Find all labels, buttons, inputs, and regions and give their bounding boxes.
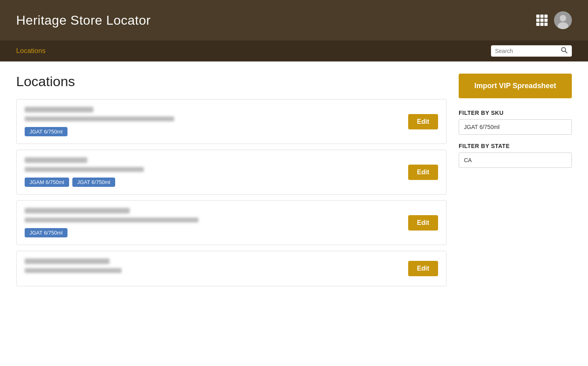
card-info: JGAT 6/750ml	[25, 208, 400, 237]
nav-bar: Locations	[0, 40, 588, 61]
app-title: Heritage Store Locator	[16, 13, 151, 28]
top-header: Heritage Store Locator	[0, 0, 588, 40]
search-icon	[561, 47, 567, 53]
filter-state-input[interactable]	[459, 152, 572, 168]
filter-state-label: FILTER BY STATE	[459, 143, 572, 149]
edit-button[interactable]: Edit	[408, 165, 438, 180]
card-info: JGAM 6/750ml JGAT 6/750ml	[25, 157, 400, 187]
card-name	[25, 157, 87, 163]
filter-sku-label: FILTER BY SKU	[459, 110, 572, 116]
card-skus: JGAT 6/750ml	[25, 228, 400, 237]
card-address	[25, 268, 122, 273]
edit-button[interactable]: Edit	[408, 215, 438, 231]
card-info	[25, 258, 400, 279]
card-address	[25, 218, 198, 222]
card-address	[25, 167, 144, 172]
import-vip-button[interactable]: Import VIP Spreadsheet	[459, 74, 572, 98]
filter-sku-input[interactable]	[459, 119, 572, 135]
location-card: Edit	[16, 251, 447, 286]
card-name	[25, 258, 110, 264]
search-box	[491, 45, 572, 57]
card-skus: JGAM 6/750ml JGAT 6/750ml	[25, 178, 400, 187]
location-card: JGAT 6/750ml Edit	[16, 99, 447, 144]
sku-badge: JGAT 6/750ml	[25, 127, 67, 136]
list-area: Locations JGAT 6/750ml Edit JGAM 6/750ml…	[16, 74, 447, 354]
page-title: Locations	[16, 74, 447, 89]
card-name	[25, 208, 130, 214]
main-content: Locations JGAT 6/750ml Edit JGAM 6/750ml…	[0, 61, 588, 366]
card-name	[25, 107, 93, 112]
edit-button[interactable]: Edit	[408, 114, 438, 129]
sku-badge: JGAT 6/750ml	[25, 228, 67, 237]
svg-point-1	[560, 15, 566, 21]
sku-badge: JGAT 6/750ml	[72, 178, 115, 187]
location-card: JGAM 6/750ml JGAT 6/750ml Edit	[16, 150, 447, 195]
user-avatar[interactable]	[554, 11, 572, 29]
sidebar: Import VIP Spreadsheet FILTER BY SKU FIL…	[459, 74, 572, 354]
search-input[interactable]	[491, 45, 558, 57]
edit-button[interactable]: Edit	[408, 261, 438, 276]
card-address	[25, 116, 174, 121]
location-card: JGAT 6/750ml Edit	[16, 200, 447, 245]
card-info: JGAT 6/750ml	[25, 107, 400, 136]
header-right	[536, 11, 572, 29]
sku-badge: JGAM 6/750ml	[25, 178, 69, 187]
grid-icon[interactable]	[536, 15, 548, 26]
nav-locations-link[interactable]: Locations	[16, 47, 46, 55]
svg-line-4	[565, 51, 567, 53]
card-skus: JGAT 6/750ml	[25, 127, 400, 136]
search-button[interactable]	[558, 45, 571, 57]
